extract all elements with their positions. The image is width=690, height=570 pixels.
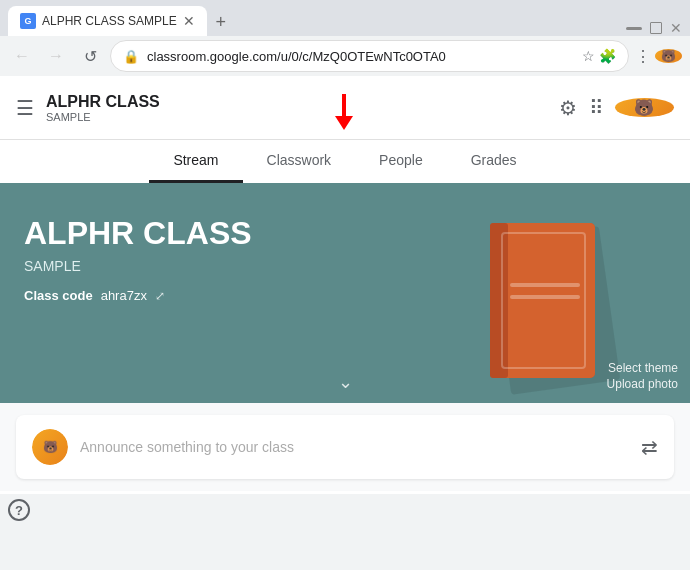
active-tab[interactable]: G ALPHR CLASS SAMPLE ✕ bbox=[8, 6, 207, 36]
svg-rect-5 bbox=[510, 295, 580, 299]
banner-actions: Select theme Upload photo bbox=[607, 361, 678, 391]
browser-chrome: G ALPHR CLASS SAMPLE ✕ + ✕ ← → ↺ 🔒 class… bbox=[0, 0, 690, 76]
tabs-container: Stream Classwork People Grades bbox=[0, 140, 690, 183]
refresh-button[interactable]: ↺ bbox=[76, 42, 104, 70]
star-icon[interactable]: ☆ bbox=[582, 48, 595, 64]
tab-people[interactable]: People bbox=[355, 140, 447, 183]
brand-subtitle: SAMPLE bbox=[46, 111, 160, 123]
new-tab-button[interactable]: + bbox=[207, 8, 235, 36]
hamburger-menu[interactable]: ☰ bbox=[16, 96, 34, 120]
help-button[interactable]: ? bbox=[8, 499, 30, 521]
minimize-button[interactable] bbox=[626, 27, 642, 30]
class-code-value: ahra7zx bbox=[101, 288, 147, 303]
address-bar-row: ← → ↺ 🔒 classroom.google.com/u/0/c/MzQ0O… bbox=[0, 36, 690, 76]
address-bar[interactable]: 🔒 classroom.google.com/u/0/c/MzQ0OTEwNTc… bbox=[110, 40, 629, 72]
back-button[interactable]: ← bbox=[8, 42, 36, 70]
address-text: classroom.google.com/u/0/c/MzQ0OTEwNTc0O… bbox=[147, 49, 574, 64]
address-icons: ☆ 🧩 bbox=[582, 48, 616, 64]
apps-icon[interactable]: ⠿ bbox=[586, 88, 606, 128]
chrome-avatar[interactable]: 🐻 bbox=[655, 49, 682, 63]
brand: ALPHR CLASS SAMPLE bbox=[46, 93, 160, 123]
tab-close-button[interactable]: ✕ bbox=[183, 13, 195, 29]
class-code-label: Class code bbox=[24, 288, 93, 303]
banner-chevron[interactable]: ⌄ bbox=[338, 371, 353, 393]
svg-rect-3 bbox=[490, 223, 508, 378]
tab-bar: G ALPHR CLASS SAMPLE ✕ + ✕ bbox=[0, 0, 690, 36]
app-container: ☰ ALPHR CLASS SAMPLE ⚙ ⠿ 🐻 Stream Classw… bbox=[0, 76, 690, 494]
tab-title: ALPHR CLASS SAMPLE bbox=[42, 14, 177, 28]
announce-placeholder[interactable]: Announce something to your class bbox=[80, 439, 629, 455]
announce-box: 🐻 Announce something to your class ⇄ bbox=[16, 415, 674, 479]
announce-avatar-image: 🐻 bbox=[32, 429, 68, 465]
window-controls: ✕ bbox=[626, 20, 682, 36]
expand-code-icon[interactable]: ⤢ bbox=[155, 289, 165, 303]
close-button[interactable]: ✕ bbox=[670, 20, 682, 36]
brand-title: ALPHR CLASS bbox=[46, 93, 160, 111]
tab-grades[interactable]: Grades bbox=[447, 140, 541, 183]
nav-right: ⚙ ⠿ 🐻 bbox=[558, 88, 674, 128]
settings-icon[interactable]: ⚙ bbox=[558, 88, 578, 128]
tab-classwork[interactable]: Classwork bbox=[243, 140, 356, 183]
tab-stream[interactable]: Stream bbox=[149, 140, 242, 183]
upload-photo-button[interactable]: Upload photo bbox=[607, 377, 678, 391]
forward-button[interactable]: → bbox=[42, 42, 70, 70]
maximize-button[interactable] bbox=[650, 22, 662, 34]
announce-avatar: 🐻 bbox=[32, 429, 68, 465]
class-banner: ALPHR CLASS SAMPLE Class code ahra7zx ⤢ … bbox=[0, 183, 690, 403]
menu-icon[interactable]: ⋮ bbox=[635, 42, 651, 70]
extensions-icon[interactable]: 🧩 bbox=[599, 48, 616, 64]
tabs: Stream Classwork People Grades bbox=[0, 140, 690, 183]
svg-rect-4 bbox=[510, 283, 580, 287]
toolbar-icons: ⋮ 🐻 bbox=[635, 42, 682, 70]
footer: ? bbox=[0, 494, 690, 526]
announce-area: 🐻 Announce something to your class ⇄ bbox=[0, 403, 690, 491]
tab-favicon: G bbox=[20, 13, 36, 29]
user-avatar[interactable]: 🐻 bbox=[615, 98, 674, 117]
lock-icon: 🔒 bbox=[123, 49, 139, 64]
share-icon[interactable]: ⇄ bbox=[641, 435, 658, 459]
top-nav: ☰ ALPHR CLASS SAMPLE ⚙ ⠿ 🐻 bbox=[0, 76, 690, 140]
select-theme-button[interactable]: Select theme bbox=[608, 361, 678, 375]
